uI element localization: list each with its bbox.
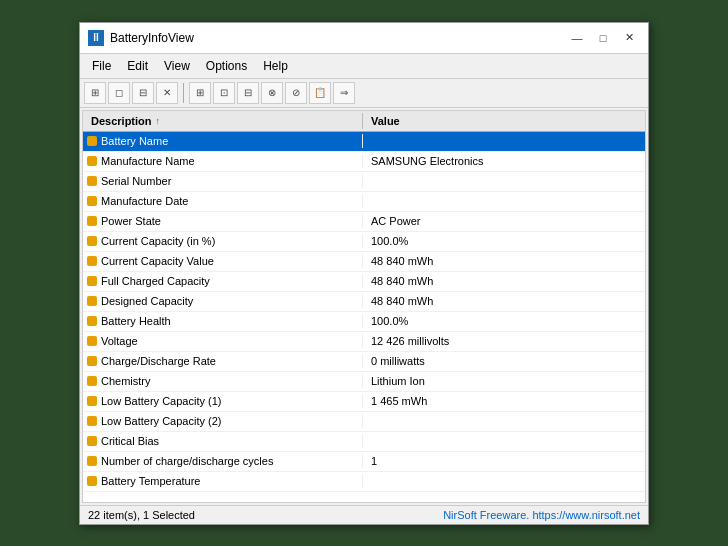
row-icon — [87, 316, 97, 326]
table-row[interactable]: Current Capacity (in %) 100.0% — [83, 232, 645, 252]
row-description: Chemistry — [83, 374, 363, 388]
toolbar-btn-6[interactable]: ⊡ — [213, 82, 235, 104]
row-description: Current Capacity Value — [83, 254, 363, 268]
row-icon — [87, 296, 97, 306]
row-description: Battery Temperature — [83, 474, 363, 488]
row-value — [363, 180, 645, 182]
row-description: Manufacture Date — [83, 194, 363, 208]
row-description: Manufacture Name — [83, 154, 363, 168]
menu-options[interactable]: Options — [198, 56, 255, 76]
toolbar-btn-8[interactable]: ⊗ — [261, 82, 283, 104]
table-row[interactable]: Low Battery Capacity (1) 1 465 mWh — [83, 392, 645, 412]
row-icon — [87, 176, 97, 186]
table-row[interactable]: Battery Temperature — [83, 472, 645, 492]
row-value: SAMSUNG Electronics — [363, 154, 645, 168]
content-area: Description ↑ Value Battery Name Manufac… — [82, 110, 646, 503]
row-icon — [87, 376, 97, 386]
close-button[interactable]: ✕ — [618, 29, 640, 47]
row-description: Number of charge/discharge cycles — [83, 454, 363, 468]
row-value: Lithium Ion — [363, 374, 645, 388]
row-icon — [87, 396, 97, 406]
row-description: Low Battery Capacity (2) — [83, 414, 363, 428]
status-items-count: 22 item(s), 1 Selected — [88, 509, 195, 521]
row-value: 100.0% — [363, 234, 645, 248]
row-value: 0 milliwatts — [363, 354, 645, 368]
app-icon: II — [88, 30, 104, 46]
table-row[interactable]: Power State AC Power — [83, 212, 645, 232]
row-description: Battery Health — [83, 314, 363, 328]
menu-help[interactable]: Help — [255, 56, 296, 76]
row-description: Current Capacity (in %) — [83, 234, 363, 248]
table-row[interactable]: Charge/Discharge Rate 0 milliwatts — [83, 352, 645, 372]
row-value: 48 840 mWh — [363, 294, 645, 308]
row-value — [363, 140, 645, 142]
row-icon — [87, 256, 97, 266]
row-value — [363, 440, 645, 442]
row-icon — [87, 156, 97, 166]
table-row[interactable]: Chemistry Lithium Ion — [83, 372, 645, 392]
row-icon — [87, 416, 97, 426]
table-row[interactable]: Current Capacity Value 48 840 mWh — [83, 252, 645, 272]
list-header: Description ↑ Value — [83, 111, 645, 132]
row-value: 12 426 millivolts — [363, 334, 645, 348]
toolbar-btn-10[interactable]: 📋 — [309, 82, 331, 104]
column-value: Value — [363, 113, 645, 129]
title-bar-left: II BatteryInfoView — [88, 30, 194, 46]
table-row[interactable]: Battery Name — [83, 132, 645, 152]
row-value: 1 465 mWh — [363, 394, 645, 408]
minimize-button[interactable]: — — [566, 29, 588, 47]
table-row[interactable]: Low Battery Capacity (2) — [83, 412, 645, 432]
status-nirsoft-link[interactable]: NirSoft Freeware. https://www.nirsoft.ne… — [443, 509, 640, 521]
row-description: Critical Bias — [83, 434, 363, 448]
row-value: 48 840 mWh — [363, 254, 645, 268]
toolbar-btn-5[interactable]: ⊞ — [189, 82, 211, 104]
toolbar-btn-7[interactable]: ⊟ — [237, 82, 259, 104]
row-icon — [87, 456, 97, 466]
toolbar-btn-4[interactable]: ✕ — [156, 82, 178, 104]
table-row[interactable]: Designed Capacity 48 840 mWh — [83, 292, 645, 312]
row-description: Battery Name — [83, 134, 363, 148]
menu-file[interactable]: File — [84, 56, 119, 76]
row-value: AC Power — [363, 214, 645, 228]
table-row[interactable]: Manufacture Name SAMSUNG Electronics — [83, 152, 645, 172]
maximize-button[interactable]: □ — [592, 29, 614, 47]
toolbar-separator-1 — [183, 83, 184, 103]
table-row[interactable]: Full Charged Capacity 48 840 mWh — [83, 272, 645, 292]
toolbar-btn-2[interactable]: ◻ — [108, 82, 130, 104]
menu-view[interactable]: View — [156, 56, 198, 76]
table-row[interactable]: Critical Bias — [83, 432, 645, 452]
column-description[interactable]: Description ↑ — [83, 113, 363, 129]
sort-arrow-icon: ↑ — [156, 116, 161, 126]
row-description: Voltage — [83, 334, 363, 348]
toolbar-btn-1[interactable]: ⊞ — [84, 82, 106, 104]
table-row[interactable]: Voltage 12 426 millivolts — [83, 332, 645, 352]
table-row[interactable]: Number of charge/discharge cycles 1 — [83, 452, 645, 472]
row-icon — [87, 436, 97, 446]
menu-bar: File Edit View Options Help — [80, 54, 648, 79]
title-bar: II BatteryInfoView — □ ✕ — [80, 23, 648, 54]
row-icon — [87, 276, 97, 286]
table-row[interactable]: Serial Number — [83, 172, 645, 192]
row-icon — [87, 216, 97, 226]
toolbar-btn-3[interactable]: ⊟ — [132, 82, 154, 104]
row-icon — [87, 476, 97, 486]
row-icon — [87, 336, 97, 346]
toolbar-btn-11[interactable]: ⇒ — [333, 82, 355, 104]
row-value — [363, 420, 645, 422]
main-window: II BatteryInfoView — □ ✕ File Edit View … — [79, 22, 649, 525]
row-description: Charge/Discharge Rate — [83, 354, 363, 368]
menu-edit[interactable]: Edit — [119, 56, 156, 76]
row-description: Power State — [83, 214, 363, 228]
row-description: Full Charged Capacity — [83, 274, 363, 288]
row-icon — [87, 356, 97, 366]
row-value — [363, 200, 645, 202]
toolbar-btn-9[interactable]: ⊘ — [285, 82, 307, 104]
window-title: BatteryInfoView — [110, 31, 194, 45]
list-body[interactable]: Battery Name Manufacture Name SAMSUNG El… — [83, 132, 645, 502]
table-row[interactable]: Manufacture Date — [83, 192, 645, 212]
row-description: Serial Number — [83, 174, 363, 188]
table-row[interactable]: Battery Health 100.0% — [83, 312, 645, 332]
row-icon — [87, 136, 97, 146]
status-bar: 22 item(s), 1 Selected NirSoft Freeware.… — [80, 505, 648, 524]
row-value: 1 — [363, 454, 645, 468]
